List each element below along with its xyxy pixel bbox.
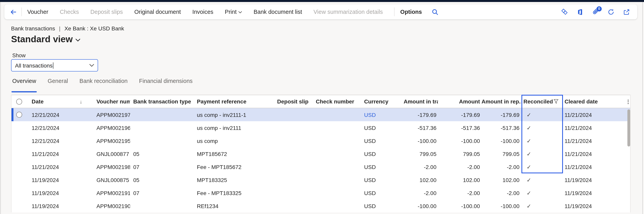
tab-general[interactable]: General (48, 78, 68, 84)
cell-type[interactable]: 05 (130, 177, 194, 183)
cell-amount_tx[interactable]: -100.00 (404, 203, 438, 209)
cell-amount_rep[interactable]: -179.69 (482, 112, 521, 118)
cell-date[interactable]: 11/21/2024 (26, 151, 86, 157)
cell-amount[interactable]: -100.00 (438, 138, 482, 144)
tab-financial-dimensions[interactable]: Financial dimensions (139, 78, 193, 84)
column-header-cleared[interactable]: Cleared date (564, 98, 626, 105)
cell-voucher[interactable]: APPM002191 (86, 190, 130, 196)
column-header-select[interactable] (12, 99, 26, 104)
cell-payref[interactable]: us comp (194, 138, 277, 144)
cell-voucher[interactable]: APPM002190 (86, 203, 130, 209)
cell-payref[interactable]: REf1234 (194, 203, 277, 209)
cell-voucher[interactable]: APPM002196 (86, 125, 130, 131)
column-header-currency[interactable]: Currency (356, 98, 404, 105)
cell-cleared[interactable]: 11/21/2024 (564, 151, 626, 157)
cell-amount_tx[interactable]: -517.36 (404, 125, 438, 131)
cell-payref[interactable]: MPT185672 (194, 151, 277, 157)
view-selector[interactable]: Standard view (11, 34, 80, 45)
toolbar-item-options[interactable]: Options (400, 9, 422, 15)
cell-cleared[interactable]: 11/21/2024 (564, 138, 626, 144)
cell-amount[interactable]: -100.00 (438, 203, 482, 209)
cell-date[interactable]: 11/19/2024 (26, 203, 86, 209)
column-header-amount[interactable]: Amount (438, 98, 482, 105)
more-vertical-icon[interactable]: ⋮ (626, 99, 631, 104)
cell-currency[interactable]: USD (356, 138, 404, 144)
column-header-type[interactable]: Bank transaction type (130, 98, 194, 105)
cell-type[interactable]: 05 (130, 151, 194, 157)
cell-amount[interactable]: -2.00 (438, 164, 482, 170)
show-filter-combobox[interactable]: All transactions (11, 59, 98, 71)
cell-amount_rep[interactable]: -100.00 (482, 203, 521, 209)
cell-reconciled[interactable]: ✓ (521, 112, 564, 118)
table-row[interactable]: 11/19/2024APPM00219107Fee - MPT183325USD… (12, 186, 630, 199)
cell-currency[interactable]: USD (356, 151, 404, 157)
cell-type[interactable]: 07 (130, 164, 194, 170)
cell-reconciled[interactable]: ✓ (521, 203, 564, 209)
cell-cleared[interactable]: 11/19/2024 (564, 177, 626, 183)
cell-amount_tx[interactable]: -179.69 (404, 112, 438, 118)
cell-reconciled[interactable]: ✓ (521, 164, 564, 170)
cell-currency[interactable]: USD (356, 203, 404, 209)
cell-cleared[interactable]: 11/21/2024 (564, 164, 626, 170)
cell-amount_rep[interactable]: -2.00 (482, 190, 521, 196)
cell-payref[interactable]: MPT183325 (194, 177, 277, 183)
column-header-deposit[interactable]: Deposit slip (277, 98, 309, 105)
cell-reconciled[interactable]: ✓ (521, 177, 564, 183)
cell-amount[interactable]: 102.00 (438, 177, 482, 183)
cell-reconciled[interactable]: ✓ (521, 151, 564, 157)
cell-currency[interactable]: USD (356, 125, 404, 131)
cell-amount_rep[interactable]: -2.00 (482, 164, 521, 170)
breadcrumb-page[interactable]: Bank transactions (11, 25, 55, 31)
cell-amount[interactable]: -517.36 (438, 125, 482, 131)
column-header-reconciled[interactable]: Reconciled (521, 98, 564, 105)
cell-type[interactable]: 07 (130, 190, 194, 196)
cell-reconciled[interactable]: ✓ (521, 125, 564, 131)
column-header-amount_tx[interactable]: Amount in tra... (404, 98, 438, 105)
cell-date[interactable]: 11/19/2024 (26, 190, 86, 196)
cell-select[interactable] (12, 112, 26, 118)
attachments-icon[interactable]: 0 (592, 8, 599, 15)
cell-date[interactable]: 11/21/2024 (26, 164, 86, 170)
toolbar-item-bank-document-list[interactable]: Bank document list (254, 9, 302, 15)
select-all-checkbox[interactable] (16, 99, 22, 104)
column-header-check[interactable]: Check number (309, 98, 356, 105)
toolbar-item-voucher[interactable]: Voucher (27, 9, 48, 15)
column-header-amount_rep[interactable]: Amount in rep... (482, 98, 521, 105)
cell-payref[interactable]: us comp - inv2111-1 (194, 112, 277, 118)
cell-payref[interactable]: Fee - MPT183325 (194, 190, 277, 196)
cell-amount_tx[interactable]: -100.00 (404, 138, 438, 144)
cell-amount_rep[interactable]: 799.05 (482, 151, 521, 157)
cell-date[interactable]: 11/19/2024 (26, 177, 86, 183)
column-header-date[interactable]: Date↓ (26, 98, 86, 105)
table-row[interactable]: 12/21/2024APPM002195us compUSD-100.00-10… (12, 134, 630, 147)
refresh-icon[interactable] (608, 8, 614, 15)
cell-voucher[interactable]: APPM002197 (86, 112, 130, 118)
column-header-voucher[interactable]: Voucher number (86, 98, 130, 105)
cell-cleared[interactable]: 11/21/2024 (564, 125, 626, 131)
column-header-more[interactable]: ⋮ (626, 99, 631, 104)
tab-overview[interactable]: Overview (12, 78, 36, 84)
toolbar-item-original-document[interactable]: Original document (134, 9, 181, 15)
cell-cleared[interactable]: 11/19/2024 (564, 203, 626, 209)
cell-voucher[interactable]: APPM002198 (86, 164, 130, 170)
cell-amount_tx[interactable]: -2.00 (404, 164, 438, 170)
cell-currency[interactable]: USD (356, 177, 404, 183)
table-row[interactable]: 11/21/2024APPM00219807Fee - MPT185672USD… (12, 160, 630, 173)
cell-amount_tx[interactable]: 102.00 (404, 177, 438, 183)
grid-vertical-scrollbar[interactable] (628, 109, 630, 147)
table-row[interactable]: 11/19/2024APPM002190REf1234USD-100.00-10… (12, 199, 630, 213)
cell-payref[interactable]: us comp - inv2111 (194, 125, 277, 131)
open-in-new-window-icon[interactable] (623, 8, 630, 15)
back-arrow-icon[interactable] (10, 8, 16, 15)
cell-reconciled[interactable]: ✓ (521, 190, 564, 196)
cell-payref[interactable]: Fee - MPT185672 (194, 164, 277, 170)
cell-amount[interactable]: -2.00 (438, 190, 482, 196)
table-row[interactable]: 11/21/2024GNJL00087705MPT185672USD799.05… (12, 147, 630, 160)
cell-voucher[interactable]: APPM002195 (86, 138, 130, 144)
cell-date[interactable]: 12/21/2024 (26, 125, 86, 131)
designer-icon[interactable] (561, 8, 568, 15)
filter-funnel-icon[interactable] (554, 99, 558, 104)
toolbar-item-print[interactable]: Print (225, 9, 242, 15)
office-apps-icon[interactable] (577, 8, 584, 15)
cell-amount_tx[interactable]: -2.00 (404, 190, 438, 196)
